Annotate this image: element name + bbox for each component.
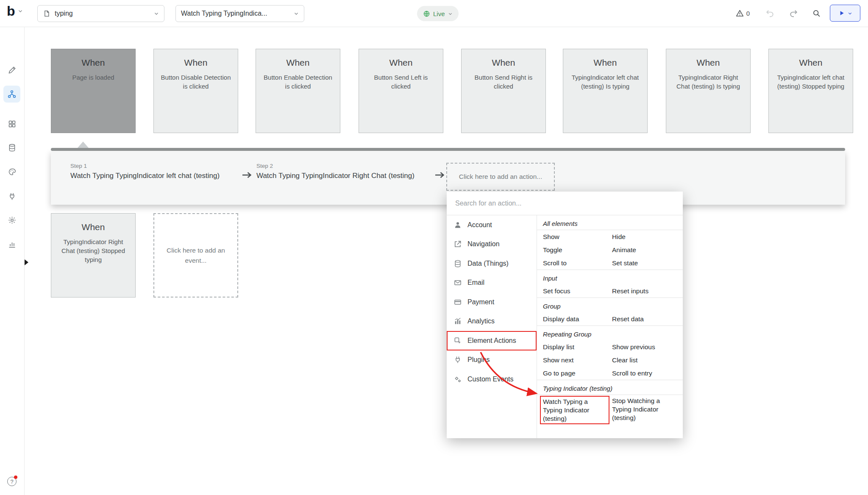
action-item[interactable]: Show previous [612,343,679,351]
page-icon [43,10,50,17]
action-item[interactable]: Toggle [543,246,612,254]
sidebar-item-logs[interactable] [3,236,20,253]
panel-pointer [77,142,89,148]
preview-button[interactable] [830,5,860,22]
action-menu: Account Navigation Data (Things) Email P… [447,192,683,438]
section-header: All elements [537,217,683,230]
event-card[interactable]: When Button Disable Detection is clicked [153,49,238,133]
event-card[interactable]: When TypingIndicator left chat (testing)… [563,49,648,133]
undo-button[interactable] [760,0,779,27]
sidebar-item-plugins[interactable] [3,188,20,205]
bar-chart-icon [453,317,462,325]
gears-icon [453,375,462,384]
menu-section: Input Set focusReset inputs [537,270,683,298]
environment-label: Live [433,10,445,17]
palette-icon [8,167,17,176]
action-category-account[interactable]: Account [447,215,537,235]
arrow-right-icon [434,171,445,179]
page-selector-dropdown[interactable]: typing [37,5,164,22]
workflow-selector-dropdown[interactable]: Watch Typing TypingIndica... [175,5,304,22]
sidebar-collapse-handle[interactable] [25,259,28,265]
workflow-icon [7,89,17,99]
action-category-payment[interactable]: Payment [447,292,537,312]
action-search [447,192,683,215]
chevron-down-icon [294,11,299,16]
database-icon [8,143,17,152]
action-item-stop-watching[interactable]: Stop Watching a Typing Indicator (testin… [612,397,676,422]
event-card[interactable]: When TypingIndicator left chat (testing)… [768,49,853,133]
action-search-input[interactable] [454,199,675,208]
database-icon [453,259,462,268]
play-icon [838,10,845,17]
sidebar-item-styles[interactable] [3,163,20,180]
action-item[interactable]: Display list [543,343,612,351]
issues-indicator[interactable]: 0 [730,0,755,27]
chevron-down-icon [848,11,852,16]
action-item[interactable]: Set focus [543,287,612,295]
action-item[interactable]: Reset data [612,315,679,323]
action-item[interactable]: Show next [543,356,612,364]
credit-card-icon [453,298,462,306]
top-toolbar: b typing Watch Typing TypingIndica... [0,0,868,27]
event-card[interactable]: When TypingIndicator Right Chat (testing… [666,49,751,133]
workflow-selector-value: Watch Typing TypingIndica... [181,10,289,17]
redo-button[interactable] [784,0,803,27]
event-card[interactable]: When TypingIndicator Right Chat (testing… [51,213,136,298]
search-button[interactable] [807,0,826,27]
action-item[interactable]: Scroll to [543,259,612,267]
add-action-box[interactable]: Click here to add an action... [446,163,555,191]
sidebar-item-components[interactable] [3,115,20,132]
action-category-email[interactable]: Email [447,273,537,293]
action-list: All elements ShowHide ToggleAnimate Scro… [537,215,683,438]
action-item[interactable]: Show [543,233,612,241]
event-card[interactable]: When Page is loaded [51,49,136,133]
chevron-down-icon [448,11,453,16]
action-categories: Account Navigation Data (Things) Email P… [447,215,537,438]
action-category-element-actions[interactable]: Element Actions [447,331,537,350]
action-category-data[interactable]: Data (Things) [447,254,537,273]
action-item[interactable]: Display data [543,315,612,323]
globe-icon [423,10,430,17]
share-arrow-icon [453,240,462,248]
app-root: b typing Watch Typing TypingIndica... [0,0,868,495]
arrow-right-icon [242,171,253,179]
step-1[interactable]: Step 1 Watch Typing TypingIndicator left… [70,163,220,180]
action-item[interactable]: Scroll to entry [612,370,679,377]
chevron-down-icon [18,8,23,14]
section-header: Group [537,300,683,312]
action-category-navigation[interactable]: Navigation [447,235,537,254]
action-item[interactable]: Animate [612,246,679,254]
action-category-plugins[interactable]: Plugins [447,350,537,370]
issues-count: 0 [746,10,750,17]
account-icon [453,221,462,229]
add-event-box[interactable]: Click here to add an event... [153,213,238,298]
action-category-custom-events[interactable]: Custom Events [447,370,537,389]
page-selector-value: typing [55,10,150,17]
action-item-watch-typing[interactable]: Watch Typing a Typing Indicator (testing… [541,397,609,423]
sidebar-item-settings[interactable] [3,211,20,228]
sidebar-item-data[interactable] [3,139,20,156]
action-item[interactable]: Go to page [543,370,612,377]
sidebar-item-design[interactable] [3,61,20,78]
sidebar-item-workflow[interactable] [3,86,20,103]
envelope-icon [453,278,462,287]
chevron-down-icon [154,11,159,16]
action-item[interactable]: Reset inputs [612,287,679,295]
action-item[interactable]: Hide [612,233,679,241]
element-actions-icon [453,336,462,345]
menu-section: All elements ShowHide ToggleAnimate Scro… [537,215,683,270]
warning-icon [735,9,744,18]
action-item[interactable]: Clear list [612,356,679,364]
step-2[interactable]: Step 2 Watch Typing TypingIndicator Righ… [256,163,415,180]
workflow-scrollbar[interactable] [51,148,845,151]
event-card[interactable]: When Button Send Left is clicked [359,49,443,133]
action-item[interactable]: Set state [612,259,679,267]
plug-icon [453,356,462,364]
environment-selector[interactable]: Live [417,6,459,21]
action-category-analytics[interactable]: Analytics [447,312,537,331]
section-header: Repeating Group [537,328,683,340]
grid-icon [8,120,17,128]
bubble-logo-menu[interactable]: b [7,4,23,18]
event-card[interactable]: When Button Send Right is clicked [461,49,546,133]
event-card[interactable]: When Button Enable Detection is clicked [256,49,340,133]
